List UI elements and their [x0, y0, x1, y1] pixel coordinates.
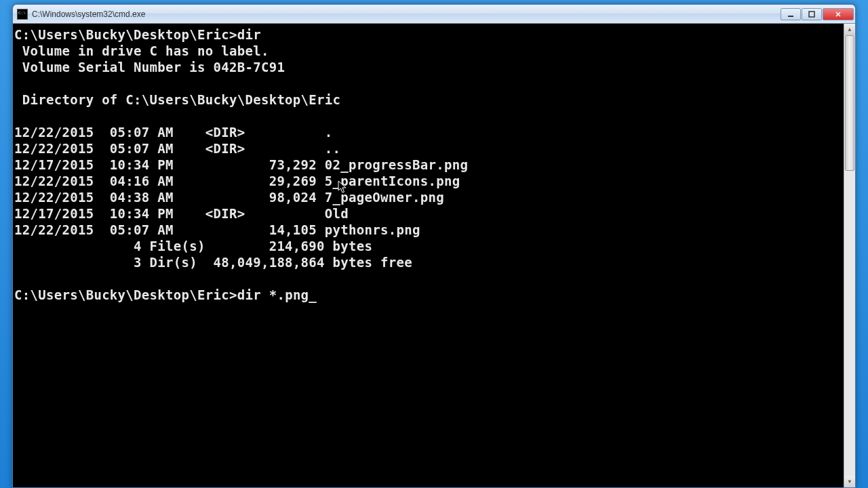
output-line: 3 Dir(s) 48,049,188,864 bytes free — [14, 255, 412, 270]
cmd-icon — [17, 9, 28, 20]
window-controls — [780, 8, 854, 20]
window-title: C:\Windows\system32\cmd.exe — [32, 9, 780, 19]
prompt: C:\Users\Bucky\Desktop\Eric> — [14, 27, 237, 42]
output-line: Directory of C:\Users\Bucky\Desktop\Eric — [14, 92, 340, 107]
dir-entry: 12/22/2015 05:07 AM 14,105 pythonrs.png — [14, 222, 420, 237]
close-icon — [835, 11, 842, 18]
command: dir — [237, 27, 261, 42]
prompt: C:\Users\Bucky\Desktop\Eric> — [14, 287, 237, 302]
output-line: Volume Serial Number is 042B-7C91 — [14, 60, 285, 75]
maximize-button[interactable] — [802, 8, 822, 20]
dir-entry: 12/22/2015 05:07 AM <DIR> .. — [14, 141, 340, 156]
close-button[interactable] — [823, 8, 854, 20]
maximize-icon — [808, 11, 815, 18]
dir-entry: 12/22/2015 04:38 AM 98,024 7_pageOwner.p… — [14, 190, 444, 205]
terminal-area: C:\Users\Bucky\Desktop\Eric>dir Volume i… — [13, 24, 855, 487]
terminal-output[interactable]: C:\Users\Bucky\Desktop\Eric>dir Volume i… — [13, 24, 844, 487]
command-input[interactable]: dir *.png — [237, 287, 317, 302]
minimize-button[interactable] — [781, 8, 801, 20]
dir-entry: 12/17/2015 10:34 PM 73,292 02_progressBa… — [14, 157, 468, 172]
dir-entry: 12/22/2015 04:16 AM 29,269 5_parentIcons… — [14, 174, 460, 188]
scroll-down-button[interactable]: ▼ — [844, 476, 855, 487]
svg-rect-0 — [788, 16, 793, 17]
minimize-icon — [787, 11, 794, 18]
titlebar[interactable]: C:\Windows\system32\cmd.exe — [13, 5, 855, 24]
scroll-thumb[interactable] — [845, 35, 854, 171]
vertical-scrollbar[interactable]: ▲ ▼ — [844, 24, 855, 487]
output-line: 4 File(s) 214,690 bytes — [14, 239, 372, 253]
output-line: Volume in drive C has no label. — [14, 43, 269, 58]
svg-rect-1 — [809, 12, 814, 17]
dir-entry: 12/22/2015 05:07 AM <DIR> . — [14, 125, 333, 140]
scroll-up-button[interactable]: ▲ — [844, 24, 855, 35]
dir-entry: 12/17/2015 10:34 PM <DIR> Old — [14, 206, 349, 221]
cmd-window: C:\Windows\system32\cmd.exe C:\Users\Buc… — [12, 4, 856, 488]
